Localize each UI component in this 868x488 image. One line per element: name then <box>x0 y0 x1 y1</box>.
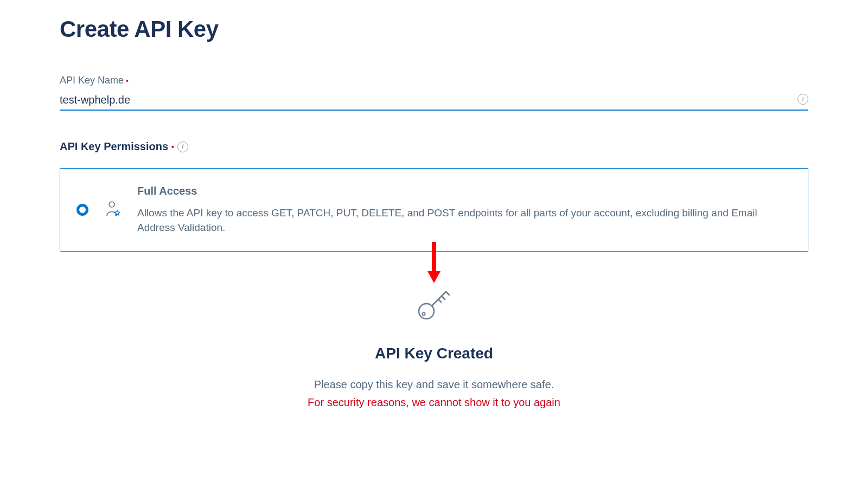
api-key-name-input[interactable] <box>60 91 808 111</box>
required-indicator: • <box>171 143 174 151</box>
svg-line-7 <box>438 299 441 302</box>
person-star-icon <box>104 200 122 220</box>
api-key-created-warning: For security reasons, we cannot show it … <box>60 396 808 409</box>
arrow-annotation-icon <box>60 242 808 286</box>
key-icon <box>60 284 808 323</box>
permission-content: Full Access Allows the API key to access… <box>137 185 792 235</box>
api-key-created-title: API Key Created <box>60 345 808 362</box>
required-indicator: • <box>126 77 129 85</box>
info-icon[interactable]: i <box>177 142 188 152</box>
page-title: Create API Key <box>60 16 808 42</box>
svg-point-3 <box>423 313 425 316</box>
permissions-header-text: API Key Permissions <box>60 140 168 153</box>
svg-line-5 <box>446 292 449 295</box>
svg-line-6 <box>442 296 445 299</box>
api-key-name-label: API Key Name • <box>60 75 808 86</box>
permission-option-full-access[interactable]: Full Access Allows the API key to access… <box>60 168 808 252</box>
svg-point-0 <box>109 202 114 207</box>
permission-title: Full Access <box>137 185 792 197</box>
name-label-text: API Key Name <box>60 75 124 86</box>
permission-description: Allows the API key to access GET, PATCH,… <box>137 206 792 235</box>
api-key-created-instruction: Please copy this key and save it somewhe… <box>60 378 808 391</box>
info-icon[interactable]: i <box>797 94 808 105</box>
permissions-header: API Key Permissions• i <box>60 140 808 153</box>
radio-selected[interactable] <box>76 204 88 216</box>
api-key-name-input-wrapper: i <box>60 91 808 111</box>
